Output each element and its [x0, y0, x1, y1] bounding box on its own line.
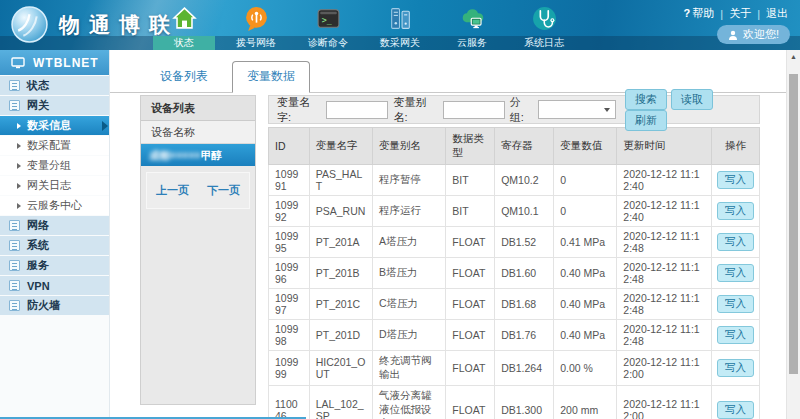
scrollbar-thumb[interactable] — [789, 74, 798, 374]
top-nav: 状态拨号网络>_诊断命令数采网关云服务系统日志 — [148, 0, 580, 50]
cell-updated: 2020-12-12 11:12:00 — [617, 386, 712, 419]
column-header: 数据类型 — [446, 128, 495, 165]
write-button[interactable]: 写入 — [717, 326, 754, 344]
sidebar-item-vpn[interactable]: VPN — [0, 276, 109, 295]
cell-alias: 终充调节阀输出 — [372, 351, 445, 386]
cell-register: DB1.300 — [495, 386, 554, 419]
var-alias-input[interactable] — [443, 101, 505, 119]
write-button[interactable]: 写入 — [717, 401, 754, 419]
write-button[interactable]: 写入 — [717, 202, 754, 220]
sidebar-item-label: VPN — [27, 280, 50, 292]
home-icon — [148, 3, 220, 34]
cell-alias: B塔压力 — [372, 258, 445, 289]
brand-logo-icon — [10, 5, 49, 44]
cell-register: DB1.68 — [495, 289, 554, 320]
write-button[interactable]: 写入 — [717, 171, 754, 189]
cell-value: 0 — [554, 196, 617, 227]
nav-item-status[interactable]: 状态 — [148, 0, 220, 50]
arrow-right-icon — [17, 143, 21, 149]
sidebar: WTBLNET 状态网关数采信息数采配置变量分组网关日志云服务中心网络系统服务V… — [0, 50, 110, 419]
sidebar-item-network[interactable]: 网络 — [0, 216, 109, 235]
table-row: 109999HIC201_OUT终充调节阀输出FLOATDB1.2640.00 … — [269, 351, 760, 386]
device-name-header: 设备名称 — [141, 121, 255, 144]
cell-id: 109996 — [269, 258, 310, 289]
sidebar-item-var-group[interactable]: 变量分组 — [0, 156, 109, 175]
list-icon — [9, 220, 20, 231]
chevron-down-icon — [604, 108, 610, 112]
cell-action: 写入 — [712, 258, 760, 289]
sidebar-item-label: 防火墙 — [27, 298, 60, 313]
group-select[interactable] — [538, 100, 615, 119]
cell-action: 写入 — [712, 165, 760, 196]
list-icon — [9, 260, 20, 271]
cell-type: BIT — [446, 196, 495, 227]
cell-action: 写入 — [712, 386, 760, 419]
column-header: 寄存器 — [495, 128, 554, 165]
cell-id: 109991 — [269, 165, 310, 196]
cell-action: 写入 — [712, 289, 760, 320]
device-next-page-link[interactable]: 下一页 — [207, 183, 240, 198]
arrow-right-icon — [17, 163, 21, 169]
welcome-badge[interactable]: 欢迎您! — [717, 25, 790, 44]
device-prev-page-link[interactable]: 上一页 — [156, 183, 189, 198]
cell-value: 0 — [554, 165, 617, 196]
sidebar-item-label: 变量分组 — [27, 158, 71, 173]
nav-item-system-log[interactable]: 系统日志 — [508, 0, 580, 50]
write-button[interactable]: 写入 — [717, 295, 754, 313]
scroll-up-icon[interactable]: ▲ — [787, 50, 800, 64]
write-button[interactable]: 写入 — [717, 233, 754, 251]
column-header: 变量别名 — [372, 128, 445, 165]
sidebar-item-data-config[interactable]: 数采配置 — [0, 136, 109, 155]
variable-table: ID变量名字变量别名数据类型寄存器变量数值更新时间操作109991PAS_HAL… — [268, 127, 760, 419]
cell-id: 109997 — [269, 289, 310, 320]
sidebar-item-gateway[interactable]: 网关 — [0, 96, 109, 115]
sidebar-item-service[interactable]: 服务 — [0, 256, 109, 275]
about-link[interactable]: 关于 — [729, 6, 751, 21]
top-links: ?帮助|关于|退出 — [684, 6, 788, 21]
sidebar-item-label: 网关 — [27, 98, 49, 113]
tab-device-list[interactable]: 设备列表 — [146, 62, 222, 92]
help-link[interactable]: ?帮助 — [684, 6, 715, 21]
cell-register: QM10.1 — [495, 196, 554, 227]
tab-variable-data[interactable]: 变量数据 — [232, 61, 310, 93]
cell-register: QM10.2 — [495, 165, 554, 196]
sidebar-menu: 状态网关数采信息数采配置变量分组网关日志云服务中心网络系统服务VPN防火墙 — [0, 76, 109, 315]
cell-name: LAL_102_SP — [309, 386, 372, 419]
help-icon: ? — [684, 7, 691, 19]
sidebar-item-status[interactable]: 状态 — [0, 76, 109, 95]
cell-value: 0.00 % — [554, 351, 617, 386]
nav-item-cloud-service[interactable]: 云服务 — [436, 0, 508, 50]
cell-updated: 2020-12-12 11:12:40 — [617, 165, 712, 196]
cell-alias: D塔压力 — [372, 320, 445, 351]
var-name-input[interactable] — [326, 101, 388, 119]
sidebar-item-firewall[interactable]: 防火墙 — [0, 296, 109, 315]
logout-link[interactable]: 退出 — [766, 6, 788, 21]
search-button[interactable]: 搜索 — [625, 89, 667, 110]
scrollbar: ▲ — [786, 50, 800, 419]
write-button[interactable]: 写入 — [717, 359, 754, 377]
sidebar-item-cloud-center[interactable]: 云服务中心 — [0, 196, 109, 215]
list-icon — [9, 240, 20, 251]
cell-updated: 2020-12-12 11:12:48 — [617, 258, 712, 289]
table-row: 109998PT_201DD塔压力FLOATDB1.760.40 MPa2020… — [269, 320, 760, 351]
cell-value: 0.41 MPa — [554, 227, 617, 258]
refresh-button[interactable]: 刷新 — [625, 110, 667, 131]
device-item-selected[interactable]: 成都×××××甲醇 — [141, 144, 255, 166]
cell-name: PAS_HALT — [309, 165, 372, 196]
cell-alias: A塔压力 — [372, 227, 445, 258]
cell-type: FLOAT — [446, 289, 495, 320]
read-button[interactable]: 读取 — [671, 89, 713, 110]
cell-updated: 2020-12-12 11:12:48 — [617, 320, 712, 351]
nav-item-dial-network[interactable]: 拨号网络 — [220, 0, 292, 50]
table-row: 109995PT_201AA塔压力FLOATDB1.520.41 MPa2020… — [269, 227, 760, 258]
nav-item-data-gateway[interactable]: 数采网关 — [364, 0, 436, 50]
nav-item-diagnostic[interactable]: >_诊断命令 — [292, 0, 364, 50]
sidebar-item-gateway-log[interactable]: 网关日志 — [0, 176, 109, 195]
sidebar-header: WTBLNET — [0, 50, 109, 75]
table-row: 109996PT_201BB塔压力FLOATDB1.600.40 MPa2020… — [269, 258, 760, 289]
write-button[interactable]: 写入 — [717, 264, 754, 282]
sidebar-item-data-info[interactable]: 数采信息 — [0, 116, 109, 135]
sidebar-item-system[interactable]: 系统 — [0, 236, 109, 255]
column-header: 更新时间 — [617, 128, 712, 165]
cell-updated: 2020-12-12 11:12:48 — [617, 289, 712, 320]
